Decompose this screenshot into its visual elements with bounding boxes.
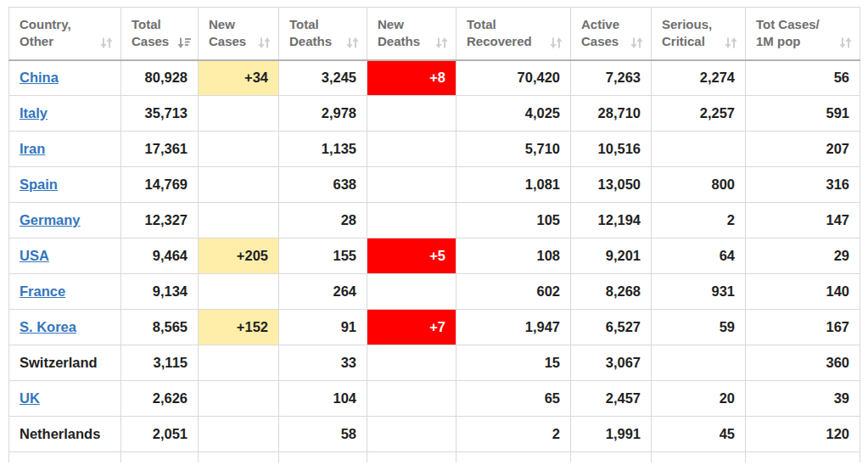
new-cases-cell: [199, 381, 279, 417]
active-cases-cell: 9,201: [571, 238, 652, 274]
column-header-label: TotalDeaths: [289, 16, 332, 50]
new-cases-cell: [199, 203, 279, 238]
total-cases-cell: 9,134: [121, 274, 199, 310]
total-recovered-cell: 4,025: [456, 96, 571, 132]
column-header-serious-critical[interactable]: Serious,Critical: [652, 8, 746, 60]
serious-critical-cell: 2: [652, 203, 746, 238]
table-row-s-korea: S. Korea8,565+15291+71,9476,52759167: [9, 310, 860, 345]
column-header-total-recovered[interactable]: TotalRecovered: [456, 8, 571, 60]
total-cases-cell: 2,051: [121, 417, 199, 452]
sort-desc-active-icon: [176, 36, 191, 49]
country-cell: Switzerland: [9, 345, 121, 381]
total-deaths-cell: 104: [279, 381, 367, 417]
total-recovered-cell: 1,947: [456, 310, 571, 345]
cases-per-1m-cell: 140: [746, 274, 860, 310]
country-cell: Iran: [9, 132, 121, 167]
table-row-china: China80,928+343,245+870,4207,2632,27456: [9, 60, 860, 96]
country-link[interactable]: Spain: [20, 177, 58, 192]
total-cases-cell: 2,626: [121, 381, 199, 417]
empty-cell: [199, 452, 279, 463]
sort-both-icon: [345, 36, 360, 49]
new-deaths-cell: [367, 203, 456, 238]
country-link[interactable]: UK: [20, 390, 40, 406]
table-header-row: Country,OtherTotalCasesNewCasesTotalDeat…: [9, 8, 860, 60]
column-header-total-cases[interactable]: TotalCases: [121, 8, 199, 60]
total-recovered-cell: 1,081: [456, 167, 571, 203]
country-link[interactable]: Germany: [20, 212, 81, 227]
new-deaths-cell: [367, 274, 456, 310]
total-deaths-cell: 58: [279, 417, 367, 452]
empty-cell: [571, 452, 652, 463]
country-link[interactable]: Iran: [20, 141, 45, 156]
country-cell: Spain: [9, 167, 121, 203]
total-recovered-cell: 65: [456, 381, 571, 417]
new-deaths-cell: [367, 167, 456, 203]
cases-per-1m-cell: 39: [746, 381, 860, 417]
column-header-country[interactable]: Country,Other: [9, 8, 121, 60]
empty-cell: [279, 452, 367, 463]
country-link[interactable]: China: [20, 70, 59, 85]
new-cases-cell: +152: [199, 310, 279, 345]
table-row-france: France9,1342646028,268931140: [9, 274, 860, 310]
total-cases-cell: 12,327: [121, 203, 199, 238]
active-cases-cell: 6,527: [571, 310, 652, 345]
country-cell: USA: [9, 238, 121, 274]
total-recovered-cell: 105: [456, 203, 571, 238]
country-link[interactable]: France: [20, 283, 65, 299]
cases-per-1m-cell: 167: [746, 310, 860, 345]
total-recovered-cell: 15: [456, 345, 571, 381]
total-cases-cell: 35,713: [121, 96, 199, 132]
empty-cell: [121, 452, 199, 463]
active-cases-cell: 2,457: [571, 381, 652, 417]
serious-critical-cell: 59: [652, 310, 746, 345]
country-cell: UK: [9, 381, 121, 417]
total-recovered-cell: 5,710: [456, 132, 571, 167]
column-header-cases-per-1m[interactable]: Tot Cases/1M pop: [746, 8, 860, 60]
column-header-new-deaths[interactable]: NewDeaths: [367, 8, 456, 60]
total-cases-cell: 9,464: [121, 238, 199, 274]
active-cases-cell: 3,067: [571, 345, 652, 381]
new-cases-cell: [199, 345, 279, 381]
sort-both-icon: [99, 36, 114, 49]
total-cases-cell: 8,565: [121, 310, 199, 345]
column-header-active-cases[interactable]: ActiveCases: [571, 8, 652, 60]
active-cases-cell: 1,991: [571, 417, 652, 452]
country-cell: France: [9, 274, 121, 310]
total-deaths-cell: 91: [279, 310, 367, 345]
new-cases-cell: [199, 96, 279, 132]
new-deaths-cell: +5: [367, 238, 456, 274]
active-cases-cell: 10,516: [571, 132, 652, 167]
cases-per-1m-cell: 29: [746, 238, 860, 274]
total-recovered-cell: 70,420: [456, 60, 571, 96]
total-deaths-cell: 264: [279, 274, 367, 310]
total-cases-cell: 3,115: [121, 345, 199, 381]
total-recovered-cell: 602: [456, 274, 571, 310]
sort-both-icon: [257, 36, 272, 49]
country-link[interactable]: S. Korea: [20, 319, 76, 334]
serious-critical-cell: 2,257: [652, 96, 746, 132]
country-link[interactable]: USA: [20, 248, 49, 263]
active-cases-cell: 28,710: [571, 96, 652, 132]
table-row-switzerland: Switzerland3,11533153,067360: [9, 345, 860, 381]
new-deaths-cell: +8: [367, 60, 456, 96]
column-header-total-deaths[interactable]: TotalDeaths: [279, 8, 367, 60]
column-header-label: NewDeaths: [378, 16, 420, 50]
total-recovered-cell: 2: [456, 417, 571, 452]
empty-cell: [367, 452, 456, 463]
serious-critical-cell: 64: [652, 238, 746, 274]
sort-both-icon: [630, 36, 644, 49]
country-cell: S. Korea: [9, 310, 121, 345]
country-cell: Netherlands: [9, 417, 121, 452]
total-cases-cell: 17,361: [121, 132, 199, 167]
table-row-netherlands: Netherlands2,0515821,99145120: [9, 417, 860, 452]
country-link[interactable]: Italy: [20, 105, 48, 121]
column-header-label: TotalCases: [132, 16, 169, 50]
total-deaths-cell: 638: [279, 167, 367, 203]
country-label: Netherlands: [20, 426, 100, 441]
new-deaths-cell: [367, 345, 456, 381]
sort-both-icon: [549, 36, 563, 49]
column-header-new-cases[interactable]: NewCases: [199, 8, 279, 60]
country-label: Switzerland: [20, 355, 98, 370]
new-cases-cell: [199, 167, 279, 203]
table-body: China80,928+343,245+870,4207,2632,27456I…: [9, 60, 860, 463]
